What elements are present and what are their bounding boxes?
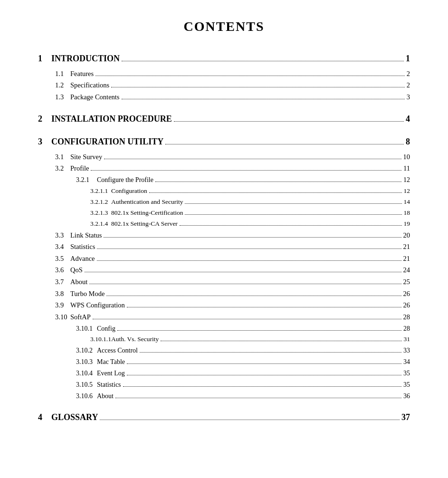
- toc-num: 4: [38, 410, 51, 425]
- toc-entry[interactable]: 2INSTALLATION PROCEDURE4: [38, 112, 410, 126]
- toc-num: 3.10.4: [76, 368, 97, 379]
- toc-page: 1: [406, 51, 410, 66]
- toc-entry[interactable]: 3.10SoftAP28: [55, 311, 410, 323]
- page-title: CONTENTS: [38, 19, 410, 34]
- toc-entry[interactable]: 3.10.1.1Auth. Vs. Security31: [90, 334, 410, 345]
- toc-entry[interactable]: 3.2.1.4802.1x Setting-CA Server19: [90, 219, 410, 229]
- toc-num: 3.10.2: [76, 345, 97, 356]
- toc-dots: [185, 203, 401, 204]
- toc-num: 3.3: [55, 229, 70, 241]
- toc-label: Statistics: [70, 241, 95, 253]
- toc-page: 37: [401, 410, 410, 425]
- toc-dots: [174, 121, 404, 122]
- toc-page: 14: [404, 197, 410, 208]
- toc-num: 3: [38, 134, 51, 149]
- toc-entry[interactable]: 3.10.2Access Control33: [76, 345, 410, 356]
- toc-dots: [140, 352, 401, 353]
- toc-entry[interactable]: 1.2Specifications2: [55, 79, 410, 91]
- toc-label: GLOSSARY: [51, 410, 98, 425]
- toc-page: 24: [403, 264, 410, 276]
- toc-label: CONFIGURATION UTILITY: [51, 134, 163, 149]
- toc-entry[interactable]: 3.10.5Statistics35: [76, 379, 410, 391]
- toc-page: 28: [403, 323, 410, 335]
- toc-entry[interactable]: 3.4Statistics21: [55, 241, 410, 253]
- toc-dots: [165, 144, 404, 144]
- toc-dots: [97, 249, 401, 249]
- toc-dots: [95, 76, 405, 76]
- toc-label: Config: [97, 323, 115, 335]
- toc-entry[interactable]: 3.2.1Configure the Profile12: [76, 174, 410, 186]
- toc-entry[interactable]: 3.5Advance21: [55, 253, 410, 265]
- toc-label: Link Status: [70, 229, 102, 241]
- toc-entry[interactable]: 3.10.3Mac Table34: [76, 356, 410, 368]
- toc-page: 31: [404, 334, 410, 345]
- toc-num: 1.2: [55, 79, 70, 91]
- toc-dots: [180, 225, 402, 226]
- toc-page: 2: [407, 79, 410, 91]
- toc-dots: [122, 99, 405, 99]
- toc-page: 12: [403, 174, 410, 186]
- toc-num: 1: [38, 51, 51, 66]
- toc-label: Mac Table: [97, 356, 125, 368]
- toc-num: 3.9: [55, 299, 70, 311]
- toc-label: Advance: [70, 253, 95, 265]
- toc-num: 3.10.1.1: [90, 334, 111, 345]
- toc-page: 34: [403, 356, 410, 368]
- toc-entry[interactable]: 3.7About25: [55, 276, 410, 288]
- toc-entry[interactable]: 3.2.1.1Configuration12: [90, 186, 410, 197]
- toc-entry[interactable]: 1INTRODUCTION1: [38, 51, 410, 66]
- toc-dots: [85, 272, 401, 272]
- toc-num: 3.2.1.4: [90, 219, 111, 229]
- toc-page: 35: [403, 379, 410, 391]
- toc-entry[interactable]: 3.6QoS24: [55, 264, 410, 276]
- toc-dots: [161, 341, 401, 341]
- toc-page: 26: [403, 299, 410, 311]
- toc-num: 3.2: [55, 163, 70, 174]
- toc-entry[interactable]: 3.10.6About36: [76, 391, 410, 402]
- toc-dots: [115, 398, 401, 398]
- toc-label: QoS: [70, 264, 83, 276]
- toc-entry[interactable]: 1.1Features2: [55, 68, 410, 80]
- toc-entry[interactable]: 3.2.1.3802.1x Setting-Certification18: [90, 208, 410, 219]
- toc-label: 802.1x Setting-CA Server: [111, 219, 178, 229]
- toc-entry[interactable]: 3.10.4Event Log35: [76, 368, 410, 379]
- toc-num: 1.1: [55, 68, 70, 80]
- toc-label: INSTALLATION PROCEDURE: [51, 112, 172, 126]
- toc-label: Statistics: [97, 379, 121, 391]
- toc-label: SoftAP: [70, 311, 91, 323]
- toc-label: Package Contents: [70, 91, 120, 103]
- toc-entry[interactable]: 4GLOSSARY37: [38, 410, 410, 425]
- toc-page: 20: [403, 229, 410, 241]
- toc-entry[interactable]: 3.1Site Survey10: [55, 151, 410, 163]
- toc-num: 2: [38, 112, 51, 126]
- toc-label: Access Control: [97, 345, 138, 356]
- toc-page: 21: [403, 253, 410, 265]
- toc-dots: [117, 330, 401, 331]
- toc-entry[interactable]: 3.3Link Status20: [55, 229, 410, 241]
- toc-entry[interactable]: 3.10.1Config28: [76, 323, 410, 335]
- toc-label: 802.1x Setting-Certification: [111, 208, 183, 219]
- toc-label: Profile: [70, 163, 89, 174]
- toc-entry[interactable]: 1.3Package Contents3: [55, 91, 410, 103]
- toc-entry[interactable]: 3.8Turbo Mode26: [55, 288, 410, 300]
- toc-page: 25: [403, 276, 410, 288]
- toc-label: Event Log: [97, 368, 125, 379]
- toc-num: 3.8: [55, 288, 70, 300]
- toc-num: 3.2.1: [76, 174, 97, 186]
- toc-dots: [97, 260, 401, 261]
- toc-num: 3.4: [55, 241, 70, 253]
- toc-page: 36: [403, 391, 410, 402]
- toc-num: 3.2.1.3: [90, 208, 111, 219]
- toc-entry[interactable]: 3CONFIGURATION UTILITY8: [38, 134, 410, 149]
- toc-entry[interactable]: 3.2.1.2Authentication and Security14: [90, 197, 410, 208]
- toc-dots: [185, 214, 401, 215]
- toc-num: 3.10: [55, 311, 70, 323]
- toc-dots: [111, 87, 405, 87]
- toc-dots: [93, 319, 401, 319]
- toc-dots: [127, 363, 401, 364]
- toc-page: 26: [403, 288, 410, 300]
- toc-entry[interactable]: 3.2Profile11: [55, 163, 410, 174]
- toc-page: 33: [403, 345, 410, 356]
- toc-dots: [155, 182, 401, 182]
- toc-entry[interactable]: 3.9WPS Configuration26: [55, 299, 410, 311]
